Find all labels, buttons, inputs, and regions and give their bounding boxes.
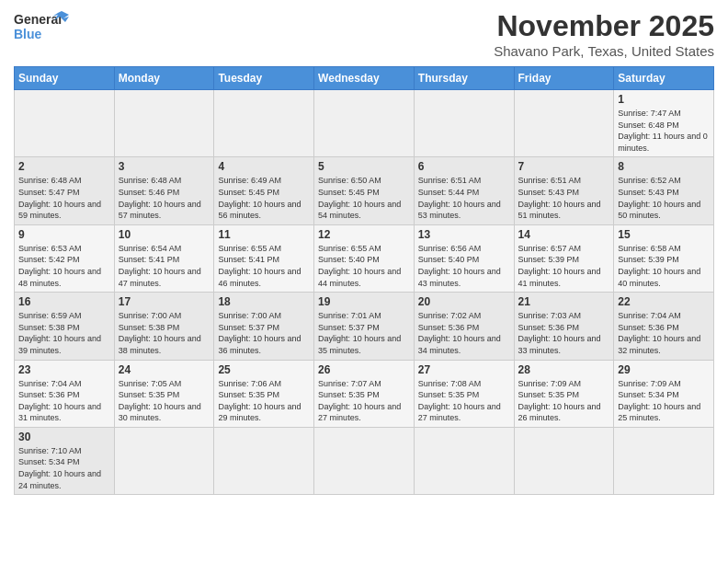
calendar-cell: 2Sunrise: 6:48 AM Sunset: 5:47 PM Daylig… <box>15 157 115 224</box>
calendar-cell: 15Sunrise: 6:58 AM Sunset: 5:39 PM Dayli… <box>614 224 714 292</box>
day-number: 29 <box>618 363 710 376</box>
month-title: November 2025 <box>494 9 714 43</box>
calendar-cell: 9Sunrise: 6:53 AM Sunset: 5:42 PM Daylig… <box>15 224 115 292</box>
day-number: 24 <box>119 363 210 376</box>
calendar-cell: 18Sunrise: 7:00 AM Sunset: 5:37 PM Dayli… <box>214 293 314 360</box>
svg-text:General: General <box>14 12 62 27</box>
day-info: Sunrise: 7:00 AM Sunset: 5:38 PM Dayligh… <box>119 310 210 356</box>
day-number: 17 <box>119 295 210 308</box>
day-header-monday: Monday <box>114 67 214 90</box>
day-number: 14 <box>518 228 610 241</box>
calendar-cell: 19Sunrise: 7:01 AM Sunset: 5:37 PM Dayli… <box>314 293 415 360</box>
calendar-cell: 25Sunrise: 7:06 AM Sunset: 5:35 PM Dayli… <box>214 360 314 427</box>
calendar-cell: 8Sunrise: 6:52 AM Sunset: 5:43 PM Daylig… <box>614 157 714 224</box>
day-number: 10 <box>119 228 210 241</box>
day-info: Sunrise: 7:10 AM Sunset: 5:34 PM Dayligh… <box>18 445 110 491</box>
day-number: 22 <box>618 295 710 308</box>
day-header-friday: Friday <box>514 67 614 90</box>
calendar-cell <box>414 90 514 157</box>
days-header-row: SundayMondayTuesdayWednesdayThursdayFrid… <box>15 67 714 90</box>
day-number: 2 <box>18 160 110 173</box>
day-number: 1 <box>618 93 710 106</box>
calendar-cell: 4Sunrise: 6:49 AM Sunset: 5:45 PM Daylig… <box>214 157 314 224</box>
day-info: Sunrise: 7:03 AM Sunset: 5:36 PM Dayligh… <box>518 310 610 356</box>
calendar-cell: 28Sunrise: 7:09 AM Sunset: 5:35 PM Dayli… <box>514 360 614 427</box>
calendar-cell: 11Sunrise: 6:55 AM Sunset: 5:41 PM Dayli… <box>214 224 314 292</box>
calendar-cell: 10Sunrise: 6:54 AM Sunset: 5:41 PM Dayli… <box>114 224 214 292</box>
calendar-cell <box>114 90 214 157</box>
calendar-cell <box>414 427 514 494</box>
day-number: 13 <box>418 228 510 241</box>
day-number: 11 <box>218 228 310 241</box>
calendar-cell <box>114 427 214 494</box>
day-number: 28 <box>518 363 610 376</box>
calendar-table: SundayMondayTuesdayWednesdayThursdayFrid… <box>14 66 714 495</box>
day-info: Sunrise: 6:52 AM Sunset: 5:43 PM Dayligh… <box>618 175 710 221</box>
day-info: Sunrise: 6:50 AM Sunset: 5:45 PM Dayligh… <box>318 175 410 221</box>
day-header-thursday: Thursday <box>414 67 514 90</box>
day-number: 20 <box>418 295 510 308</box>
day-info: Sunrise: 7:02 AM Sunset: 5:36 PM Dayligh… <box>418 310 510 356</box>
day-info: Sunrise: 7:07 AM Sunset: 5:35 PM Dayligh… <box>318 378 410 424</box>
day-info: Sunrise: 7:09 AM Sunset: 5:35 PM Dayligh… <box>518 378 610 424</box>
calendar-cell: 24Sunrise: 7:05 AM Sunset: 5:35 PM Dayli… <box>114 360 214 427</box>
day-info: Sunrise: 6:48 AM Sunset: 5:47 PM Dayligh… <box>18 175 110 221</box>
calendar-cell: 17Sunrise: 7:00 AM Sunset: 5:38 PM Dayli… <box>114 293 214 360</box>
calendar-cell <box>514 90 614 157</box>
day-number: 23 <box>18 363 110 376</box>
calendar-cell: 6Sunrise: 6:51 AM Sunset: 5:44 PM Daylig… <box>414 157 514 224</box>
day-number: 19 <box>318 295 410 308</box>
day-number: 3 <box>119 160 210 173</box>
day-number: 21 <box>518 295 610 308</box>
day-number: 7 <box>518 160 610 173</box>
calendar-cell: 21Sunrise: 7:03 AM Sunset: 5:36 PM Dayli… <box>514 293 614 360</box>
day-number: 12 <box>318 228 410 241</box>
calendar-cell: 22Sunrise: 7:04 AM Sunset: 5:36 PM Dayli… <box>614 293 714 360</box>
day-info: Sunrise: 6:48 AM Sunset: 5:46 PM Dayligh… <box>119 175 210 221</box>
calendar-cell <box>314 427 415 494</box>
day-info: Sunrise: 6:58 AM Sunset: 5:39 PM Dayligh… <box>618 243 710 289</box>
title-block: November 2025 Shavano Park, Texas, Unite… <box>494 9 714 59</box>
calendar-cell: 3Sunrise: 6:48 AM Sunset: 5:46 PM Daylig… <box>114 157 214 224</box>
day-info: Sunrise: 7:05 AM Sunset: 5:35 PM Dayligh… <box>119 378 210 424</box>
day-number: 27 <box>418 363 510 376</box>
day-info: Sunrise: 6:51 AM Sunset: 5:44 PM Dayligh… <box>418 175 510 221</box>
day-info: Sunrise: 7:04 AM Sunset: 5:36 PM Dayligh… <box>18 378 110 424</box>
day-number: 9 <box>18 228 110 241</box>
calendar-cell: 1Sunrise: 7:47 AM Sunset: 6:48 PM Daylig… <box>614 90 714 157</box>
day-number: 18 <box>218 295 310 308</box>
day-number: 5 <box>318 160 410 173</box>
day-header-saturday: Saturday <box>614 67 714 90</box>
calendar-cell <box>514 427 614 494</box>
day-number: 25 <box>218 363 310 376</box>
calendar-cell: 27Sunrise: 7:08 AM Sunset: 5:35 PM Dayli… <box>414 360 514 427</box>
day-info: Sunrise: 7:47 AM Sunset: 6:48 PM Dayligh… <box>618 108 710 154</box>
calendar-cell: 20Sunrise: 7:02 AM Sunset: 5:36 PM Dayli… <box>414 293 514 360</box>
calendar-cell: 12Sunrise: 6:55 AM Sunset: 5:40 PM Dayli… <box>314 224 415 292</box>
day-number: 15 <box>618 228 710 241</box>
day-info: Sunrise: 6:59 AM Sunset: 5:38 PM Dayligh… <box>18 310 110 356</box>
day-info: Sunrise: 6:56 AM Sunset: 5:40 PM Dayligh… <box>418 243 510 289</box>
calendar-cell: 26Sunrise: 7:07 AM Sunset: 5:35 PM Dayli… <box>314 360 415 427</box>
calendar-cell <box>15 90 115 157</box>
day-info: Sunrise: 6:53 AM Sunset: 5:42 PM Dayligh… <box>18 243 110 289</box>
calendar-cell <box>614 427 714 494</box>
calendar-cell: 23Sunrise: 7:04 AM Sunset: 5:36 PM Dayli… <box>15 360 115 427</box>
day-number: 30 <box>18 431 110 443</box>
day-header-tuesday: Tuesday <box>214 67 314 90</box>
calendar-cell <box>314 90 415 157</box>
day-number: 6 <box>418 160 510 173</box>
logo: General Blue <box>14 9 69 48</box>
day-header-sunday: Sunday <box>15 67 115 90</box>
calendar-cell: 13Sunrise: 6:56 AM Sunset: 5:40 PM Dayli… <box>414 224 514 292</box>
day-info: Sunrise: 7:06 AM Sunset: 5:35 PM Dayligh… <box>218 378 310 424</box>
day-info: Sunrise: 7:04 AM Sunset: 5:36 PM Dayligh… <box>618 310 710 356</box>
calendar-cell: 29Sunrise: 7:09 AM Sunset: 5:34 PM Dayli… <box>614 360 714 427</box>
location: Shavano Park, Texas, United States <box>494 43 714 59</box>
day-number: 16 <box>18 295 110 308</box>
svg-text:Blue: Blue <box>14 27 42 41</box>
calendar-cell <box>214 427 314 494</box>
logo-icon: General Blue <box>14 9 69 44</box>
day-number: 4 <box>218 160 310 173</box>
calendar-cell: 30Sunrise: 7:10 AM Sunset: 5:34 PM Dayli… <box>15 427 115 494</box>
